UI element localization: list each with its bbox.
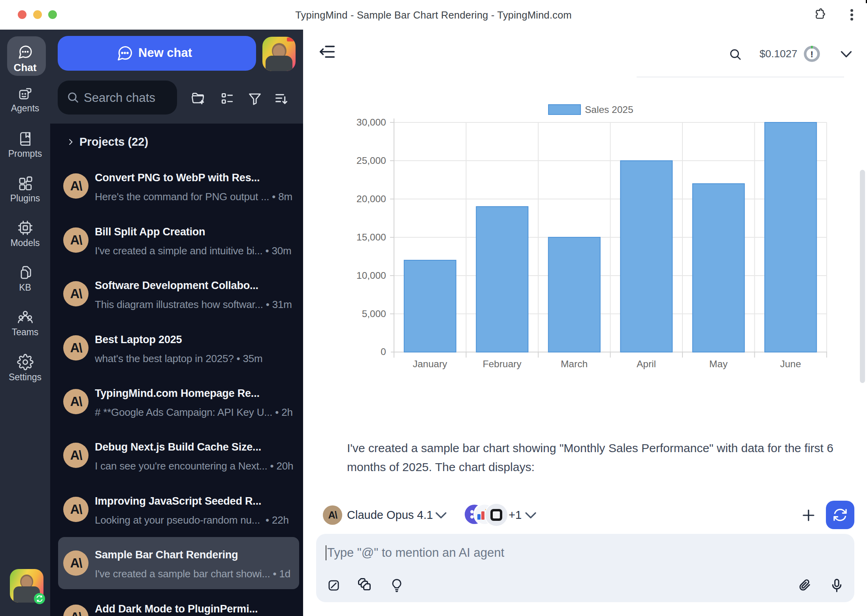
svg-text:June: June	[780, 359, 801, 369]
svg-text:30,000: 30,000	[356, 117, 386, 128]
svg-text:10,000: 10,000	[356, 270, 386, 281]
svg-text:May: May	[709, 359, 728, 369]
svg-text:Sales 2025: Sales 2025	[585, 104, 633, 115]
svg-text:5,000: 5,000	[362, 308, 386, 319]
svg-text:0: 0	[381, 346, 386, 357]
svg-text:March: March	[561, 359, 588, 369]
svg-text:January: January	[413, 359, 447, 369]
svg-text:February: February	[483, 359, 522, 369]
svg-text:April: April	[637, 359, 656, 369]
svg-text:25,000: 25,000	[356, 155, 386, 166]
svg-text:15,000: 15,000	[356, 232, 386, 242]
svg-text:20,000: 20,000	[356, 193, 386, 204]
